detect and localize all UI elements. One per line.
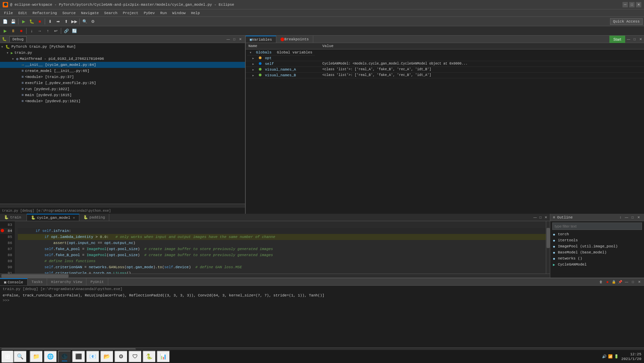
debug-frame-module2[interactable]: ≡ <module> [pydevd.py:1621] xyxy=(0,98,245,104)
menu-pydev[interactable]: PyDev xyxy=(141,10,158,16)
menu-file[interactable]: File xyxy=(1,10,15,16)
outline-minimize[interactable]: — xyxy=(624,215,629,220)
taskbar-clock[interactable]: 12:25 2021/1/20 xyxy=(621,352,643,361)
outline-itertools[interactable]: ◆ itertools xyxy=(550,237,644,243)
menu-refactoring[interactable]: Refactoring xyxy=(30,10,60,16)
console-close[interactable]: ✕ xyxy=(637,279,642,285)
toolbar-btn-extra1[interactable]: 🔍 xyxy=(81,18,88,25)
step-over-button[interactable]: ➡ xyxy=(54,18,62,25)
menu-navigate[interactable]: Navigate xyxy=(78,10,102,16)
console-maximize[interactable]: □ xyxy=(630,279,636,285)
tab-breakpoints[interactable]: ⬤ Breakpoints xyxy=(276,36,313,43)
taskbar-files[interactable]: 📂 xyxy=(100,351,114,363)
taskbar-python[interactable]: 🐍 xyxy=(143,351,156,363)
tab-pyunit[interactable]: PyUnit xyxy=(86,278,108,285)
debug-tree-trainpy[interactable]: ▼ ▶ train.py xyxy=(0,50,245,56)
debug-frame-create[interactable]: ≡ create_model [__init__.py:65] xyxy=(0,68,245,74)
resume-button[interactable]: ▶▶ xyxy=(71,18,78,25)
start-button[interactable]: Start xyxy=(609,36,625,43)
debug-button[interactable]: 🐛 xyxy=(28,18,35,25)
save-button[interactable]: 💾 xyxy=(9,18,17,25)
debug-tree-root[interactable]: ▼ 🐛 PyTorch train.py [Python Run] xyxy=(0,44,245,50)
tab-cycle-close[interactable]: ✕ xyxy=(73,216,75,220)
taskbar-security[interactable]: 🛡 xyxy=(128,351,142,363)
stop-button[interactable]: ■ xyxy=(36,18,43,25)
debug-panel-close[interactable]: ✕ xyxy=(238,37,243,42)
step-return-button[interactable]: ⬆ xyxy=(63,18,70,25)
debug-suspend[interactable]: ⏸ xyxy=(9,27,17,35)
debug-stepover[interactable]: → xyxy=(36,27,43,35)
start-menu-button[interactable]: ⊞ xyxy=(1,351,13,363)
var-row-globals[interactable]: ▼ Globals Global variables xyxy=(246,49,320,55)
var-panel-close[interactable]: ✕ xyxy=(638,36,643,42)
debug-stepinto[interactable]: ↓ xyxy=(28,27,35,35)
debug-frame-run[interactable]: ≡ run [pydevd.py:1022] xyxy=(0,86,245,92)
debug-tab[interactable]: Debug xyxy=(9,36,27,42)
self-expand[interactable]: ▶ xyxy=(252,63,256,66)
editor-hscroll[interactable] xyxy=(0,274,550,278)
editor-close[interactable]: ✕ xyxy=(543,215,549,220)
tab-cycle-gan-model[interactable]: 🐍 cycle_gan_model ✕ xyxy=(27,214,79,221)
debug-terminate[interactable]: ■ xyxy=(17,27,25,35)
editor-maximize[interactable]: □ xyxy=(538,215,543,220)
menu-run[interactable]: Run xyxy=(158,10,170,16)
taskbar-search[interactable]: 🔍 xyxy=(13,351,27,363)
debug-panel-minimize[interactable]: — xyxy=(226,37,231,42)
menu-window[interactable]: Window xyxy=(170,10,189,16)
debug-frame-execfile[interactable]: ≡ execfile [_pydev_execfile.py:25] xyxy=(0,80,245,86)
close-button[interactable]: ✕ xyxy=(636,2,641,7)
toolbar-btn-extra2[interactable]: ⚙ xyxy=(89,18,96,25)
var-row-opt[interactable]: ▶ opt xyxy=(246,55,644,61)
outline-networks[interactable]: ◆ networks () xyxy=(550,255,644,261)
editor-hscroll-thumb[interactable] xyxy=(1,274,69,278)
taskbar-explorer[interactable]: 📁 xyxy=(30,351,43,363)
debug-resume[interactable]: ▶ xyxy=(1,27,9,35)
taskbar-terminal[interactable]: ⬛ xyxy=(72,351,85,363)
visual-a-expand[interactable]: ▶ xyxy=(252,68,256,71)
debug-stepreturn[interactable]: ↑ xyxy=(44,27,51,35)
outline-imagepool[interactable]: ◆ ImagePool (util.image_pool) xyxy=(550,243,644,249)
console-clear[interactable]: 🗑 xyxy=(598,279,604,285)
console-stop[interactable]: ■ xyxy=(605,279,610,285)
menu-search[interactable]: Search xyxy=(102,10,120,16)
opt-expand[interactable]: ▶ xyxy=(252,57,256,60)
tab-train[interactable]: 🐍 train xyxy=(0,214,27,221)
taskbar-edge[interactable]: 🌐 xyxy=(44,351,57,363)
debug-extra1[interactable]: 🔗 xyxy=(63,27,70,35)
var-row-visual-b[interactable]: ▶ visual_names_B <class 'list'>: ['real_… xyxy=(246,73,644,78)
debug-frame-main[interactable]: ≡ main [pydevd.py:1615] xyxy=(0,92,245,98)
debug-stepback[interactable]: ↩ xyxy=(52,27,59,35)
var-row-self[interactable]: ▶ self CycleGANModel: <models.cycle_gan_… xyxy=(246,61,644,67)
var-panel-maximize[interactable]: □ xyxy=(632,36,637,42)
console-scroll-lock[interactable]: 🔒 xyxy=(611,279,616,285)
editor-vscroll-thumb[interactable] xyxy=(547,228,550,248)
code-content[interactable]: if self.isTrain: if opt.lambda_identity … xyxy=(15,221,546,274)
taskbar-eclipse[interactable]: 🌑 xyxy=(58,351,71,363)
menu-project[interactable]: Project xyxy=(120,10,141,16)
outline-close[interactable]: ✕ xyxy=(636,215,641,220)
taskbar-settings[interactable]: ⚙ xyxy=(114,351,128,363)
debug-frame-init[interactable]: → __init__ [cycle_gan_model.py:84] xyxy=(0,62,245,68)
menu-edit[interactable]: Edit xyxy=(15,10,30,16)
var-panel-minimize[interactable]: — xyxy=(626,36,631,42)
menu-help[interactable]: Help xyxy=(188,10,202,16)
tab-console[interactable]: ▣ Console xyxy=(0,278,28,285)
new-button[interactable]: 📄 xyxy=(1,18,9,25)
outline-sort[interactable]: ↕ xyxy=(618,215,623,220)
visual-b-expand[interactable]: ▶ xyxy=(252,74,256,77)
outline-cycleganmodel[interactable]: ▶ CycleGANModel xyxy=(550,261,644,268)
editor-minimize[interactable]: — xyxy=(532,215,538,220)
var-row-visual-a[interactable]: ▶ visual_names_A <class 'list'>: ['real_… xyxy=(246,67,644,73)
run-button[interactable]: ▶ xyxy=(20,18,27,25)
tab-tasks[interactable]: Tasks xyxy=(28,278,47,285)
tab-padding[interactable]: 🐍 padding xyxy=(79,214,109,221)
console-minimize[interactable]: — xyxy=(624,279,629,285)
step-into-button[interactable]: ⬇ xyxy=(46,18,54,25)
outline-basemodel[interactable]: ◆ BaseModel (base_model) xyxy=(550,249,644,255)
editor-vscroll[interactable] xyxy=(546,221,550,274)
console-pin[interactable]: 📌 xyxy=(617,279,623,285)
outline-torch[interactable]: ◆ torch xyxy=(550,231,644,237)
taskbar-app-extra[interactable]: 📊 xyxy=(157,351,170,363)
minimize-button[interactable]: ─ xyxy=(622,2,628,7)
outline-maximize[interactable]: □ xyxy=(630,215,635,220)
